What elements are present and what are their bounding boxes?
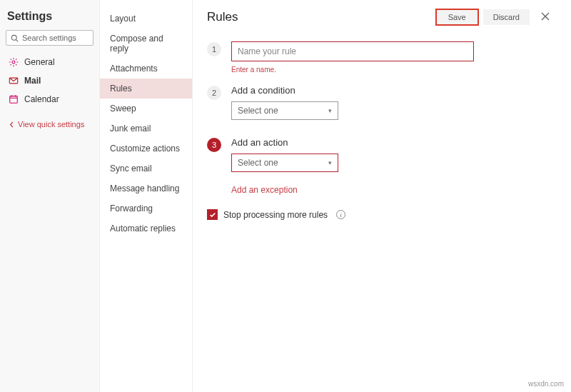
step-2-title: Add a condition [231, 85, 554, 96]
subnav-sweep[interactable]: Sweep [100, 99, 192, 119]
subnav-junk-email[interactable]: Junk email [100, 119, 192, 139]
search-placeholder: Search settings [22, 34, 76, 42]
settings-secondary-nav: Layout Compose and reply Attachments Rul… [100, 0, 193, 392]
nav-calendar-label: Calendar [24, 94, 59, 104]
condition-select[interactable]: Select one ▾ [231, 101, 338, 120]
save-button[interactable]: Save [435, 9, 479, 26]
subnav-automatic-replies[interactable]: Automatic replies [100, 218, 192, 238]
svg-line-1 [16, 39, 19, 41]
subnav-layout[interactable]: Layout [100, 9, 192, 29]
nav-mail-label: Mail [24, 76, 41, 86]
subnav-message-handling[interactable]: Message handling [100, 179, 192, 198]
info-icon[interactable]: i [336, 210, 345, 219]
step-3-title: Add an action [231, 137, 554, 148]
svg-point-0 [11, 35, 16, 40]
settings-title: Settings [7, 10, 94, 23]
quick-settings-label: View quick settings [18, 120, 84, 129]
action-select-value: Select one [238, 158, 278, 168]
svg-point-2 [12, 61, 15, 64]
nav-general-label: General [24, 57, 55, 67]
panel-header: Rules Save Discard [207, 9, 554, 26]
step-1-badge: 1 [207, 42, 221, 56]
subnav-customize-actions[interactable]: Customize actions [100, 139, 192, 159]
chevron-left-icon [9, 121, 15, 128]
discard-button[interactable]: Discard [483, 9, 530, 25]
rules-editor-panel: Rules Save Discard 1 Enter a name. 2 Add… [193, 0, 571, 392]
close-button[interactable] [537, 9, 554, 26]
subnav-sync-email[interactable]: Sync email [100, 159, 192, 179]
add-exception-link[interactable]: Add an exception [231, 185, 298, 195]
watermark: wsxdn.com [528, 380, 564, 388]
nav-calendar[interactable]: Calendar [6, 90, 94, 109]
view-quick-settings-link[interactable]: View quick settings [6, 117, 94, 131]
condition-select-value: Select one [238, 106, 278, 116]
close-icon [541, 12, 550, 21]
chevron-down-icon: ▾ [328, 159, 332, 166]
svg-rect-4 [10, 96, 18, 104]
calendar-icon [9, 94, 19, 104]
nav-mail[interactable]: Mail [6, 71, 94, 90]
panel-title: Rules [207, 10, 431, 24]
subnav-rules[interactable]: Rules [100, 79, 192, 99]
stop-processing-label: Stop processing more rules [223, 210, 328, 220]
nav-general[interactable]: General [6, 53, 94, 71]
gear-icon [9, 57, 19, 67]
step-3: 3 Add an action Select one ▾ Add an exce… [207, 137, 554, 195]
mail-icon [9, 76, 19, 86]
rule-name-input[interactable] [231, 41, 474, 61]
chevron-down-icon: ▾ [328, 107, 332, 114]
subnav-attachments[interactable]: Attachments [100, 59, 192, 79]
check-icon [209, 211, 216, 218]
stop-processing-checkbox[interactable] [207, 209, 218, 220]
step-1: 1 [207, 41, 554, 61]
rule-name-error: Enter a name. [231, 66, 554, 74]
subnav-compose-reply[interactable]: Compose and reply [100, 29, 192, 59]
search-icon [11, 34, 19, 42]
step-3-badge: 3 [207, 138, 221, 152]
stop-processing-row: Stop processing more rules i [207, 209, 554, 220]
action-select[interactable]: Select one ▾ [231, 154, 338, 172]
search-settings-input[interactable]: Search settings [6, 30, 94, 46]
subnav-forwarding[interactable]: Forwarding [100, 198, 192, 218]
settings-primary-nav: Settings Search settings General Mail Ca… [0, 0, 100, 392]
step-2-badge: 2 [207, 86, 221, 100]
step-2: 2 Add a condition Select one ▾ [207, 85, 554, 133]
